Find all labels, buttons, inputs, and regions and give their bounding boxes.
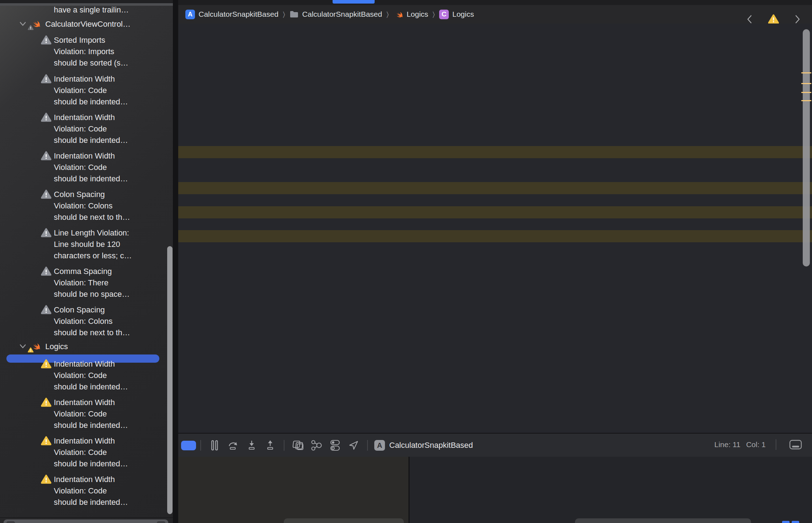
code-line-17[interactable]	[178, 218, 812, 231]
code-line-19[interactable]	[178, 242, 812, 254]
sidebar-group-logics[interactable]: Logics	[0, 341, 165, 352]
code-line-24[interactable]	[178, 303, 812, 315]
filter-icon[interactable]	[6, 521, 15, 523]
code-line-2[interactable]	[178, 37, 812, 50]
code-line-32[interactable]	[178, 399, 812, 411]
environment-overrides-icon[interactable]	[328, 439, 342, 452]
code-line-1[interactable]	[178, 25, 812, 37]
issue-text: Indentation WidthViolation: Codeshould b…	[54, 358, 161, 393]
app-name-label: CalculatorSnapkitBased	[389, 441, 473, 450]
editor-scrollbar[interactable]	[803, 29, 810, 266]
debug-area-toggle-button[interactable]	[181, 441, 196, 450]
sidebar-top-edge	[0, 0, 173, 3]
issue-text: Line Length Violation:Line should be 120…	[54, 227, 161, 262]
console-filter[interactable]	[575, 518, 751, 523]
code-line-5[interactable]	[178, 73, 812, 86]
code-line-9[interactable]	[178, 122, 812, 134]
code-line-18[interactable]	[178, 230, 812, 242]
breadcrumb-item[interactable]: CalculatorSnapkitBased	[289, 10, 382, 19]
console-control-icon[interactable]	[782, 521, 790, 523]
warning-triangle-icon	[41, 475, 51, 484]
toolbar-separator	[284, 440, 284, 451]
warning-triangle-icon	[41, 398, 51, 407]
warning-tick	[801, 92, 811, 93]
code-line-10[interactable]	[178, 134, 812, 146]
memory-graph-icon[interactable]	[309, 439, 324, 452]
code-line-34[interactable]	[178, 423, 812, 433]
code-line-16[interactable]	[178, 206, 812, 218]
console-view[interactable]	[410, 457, 812, 523]
breadcrumb-label: CalculatorSnapkitBased	[199, 10, 278, 19]
code-line-31[interactable]	[178, 387, 812, 399]
console-control-icon[interactable]	[792, 521, 799, 523]
breadcrumb-item[interactable]: Logics	[393, 10, 428, 19]
class-icon: C	[439, 10, 449, 19]
code-line-6[interactable]	[178, 86, 812, 98]
code-line-26[interactable]	[178, 327, 812, 339]
code-line-7[interactable]	[178, 98, 812, 110]
code-line-3[interactable]	[178, 50, 812, 62]
source-editor: ACalculatorSnapkitBased〉CalculatorSnapki…	[178, 0, 812, 523]
code-line-23[interactable]	[178, 291, 812, 303]
issue-text: Sorted ImportsViolation: Importsshould b…	[54, 35, 161, 69]
debug-area-divider[interactable]	[408, 457, 410, 523]
code-line-8[interactable]	[178, 110, 812, 122]
code-line-28[interactable]	[178, 351, 812, 363]
issue-text: Indentation WidthViolation: Codeshould b…	[54, 397, 161, 431]
sidebar-group-calculatorviewcontrol[interactable]: CalculatorViewControl…	[0, 19, 165, 30]
group-label: CalculatorViewControl…	[45, 19, 130, 30]
code-line-4[interactable]	[178, 62, 812, 74]
sidebar-scrollbar[interactable]	[167, 246, 173, 514]
breadcrumb-label: CalculatorSnapkitBased	[302, 10, 382, 19]
code-line-33[interactable]	[178, 411, 812, 423]
view-hierarchy-icon[interactable]	[291, 439, 305, 452]
issue-filter-field[interactable]	[4, 519, 168, 523]
code-line-22[interactable]	[178, 279, 812, 291]
code-line-27[interactable]	[178, 339, 812, 351]
variables-view-filter[interactable]	[284, 518, 404, 523]
breadcrumb-separator-icon: 〉	[432, 10, 435, 19]
column-indicator: Col: 1	[746, 440, 766, 449]
swift-file-icon	[29, 19, 41, 29]
code-line-29[interactable]	[178, 363, 812, 375]
code-line-12[interactable]	[178, 158, 812, 170]
window-top-strip	[178, 0, 812, 5]
issue-navigator-sidebar: have a single trailin… CalculatorViewCon…	[0, 0, 173, 523]
hide-debug-area-icon[interactable]	[788, 438, 803, 451]
breadcrumb-item[interactable]: CLogics	[439, 10, 474, 19]
issue-text: Colon SpacingViolation: Colonsshould be …	[54, 189, 161, 223]
code-line-30[interactable]	[178, 375, 812, 387]
step-into-icon[interactable]	[245, 439, 259, 452]
code-line-15[interactable]	[178, 194, 812, 206]
variables-view[interactable]	[178, 457, 408, 523]
code-line-11[interactable]	[178, 146, 812, 158]
code-editor-area[interactable]	[178, 24, 812, 433]
warning-badge-icon	[28, 25, 34, 30]
simulate-location-icon[interactable]	[346, 439, 361, 452]
toolbar-separator	[776, 439, 776, 450]
issue-text: Colon SpacingViolation: Colonsshould be …	[54, 304, 161, 338]
chevron-down-icon[interactable]	[20, 344, 26, 348]
code-line-14[interactable]	[178, 182, 812, 194]
issue-text: Indentation WidthViolation: Codeshould b…	[54, 435, 161, 470]
swift-file-icon	[29, 341, 41, 352]
step-over-icon[interactable]	[226, 439, 240, 452]
breadcrumb-separator-icon: 〉	[386, 10, 389, 19]
filter-option-icon[interactable]	[157, 521, 165, 523]
running-app-chip[interactable]: A CalculatorSnapkitBased	[374, 440, 473, 451]
warning-triangle-icon	[41, 266, 51, 276]
code-line-13[interactable]	[178, 170, 812, 182]
toolbar-separator	[200, 440, 201, 451]
chevron-down-icon[interactable]	[20, 22, 26, 26]
breadcrumb-label: Logics	[452, 10, 474, 19]
code-line-21[interactable]	[178, 266, 812, 279]
warning-tick	[801, 72, 811, 73]
swift-file-icon	[393, 10, 403, 19]
sidebar-editor-divider[interactable]	[173, 0, 178, 523]
progress-indicator	[333, 0, 375, 4]
code-line-25[interactable]	[178, 315, 812, 327]
step-out-icon[interactable]	[263, 439, 277, 452]
breadcrumb-item[interactable]: ACalculatorSnapkitBased	[185, 10, 278, 19]
pause-execution-icon[interactable]	[207, 439, 222, 452]
code-line-20[interactable]	[178, 254, 812, 266]
